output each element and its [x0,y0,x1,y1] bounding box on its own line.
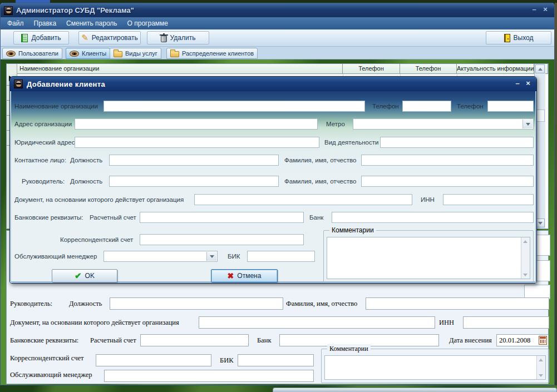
add-button[interactable]: Добавить [13,31,69,44]
position-label: Должность [70,176,102,187]
dropdown-button[interactable] [523,120,533,128]
calendar-icon[interactable] [539,336,547,345]
tab-services[interactable]: Виды услуг [110,48,161,59]
minimize-button[interactable]: – [530,5,539,14]
door-icon [504,34,510,42]
comments-textarea[interactable] [327,237,530,279]
inn-label: ИНН [421,194,435,205]
add-client-dialog: Добавление клиента – × Наименование орга… [9,76,537,284]
dialog-title-bar: Добавление клиента – × [10,77,536,91]
ok-button[interactable]: ✔ OK [52,269,117,282]
account-input[interactable] [140,334,249,346]
delete-button[interactable]: Удалить [147,31,209,44]
scroll-down-icon [538,222,543,225]
org-name-label: Наименование организации [14,101,98,112]
address-input[interactable] [75,118,318,130]
document-input[interactable] [194,194,412,205]
document-input[interactable] [199,316,435,329]
grid-header-phone2[interactable]: Телефон [400,64,457,74]
menu-bar: Файл Правка Сменить пароль О программе [1,17,554,29]
fio-label: Фамилия, имя, отчество [284,176,356,187]
position-label: Должность [69,297,102,310]
folder-icon [114,51,122,57]
phone2-input[interactable] [487,101,534,112]
scroll-down-icon[interactable] [522,271,529,278]
bik-input[interactable] [247,251,315,262]
dialog-title: Добавление клиента [27,80,105,88]
scroll-up-button[interactable] [535,64,545,73]
exit-button-label: Выход [514,34,534,42]
manager-input[interactable] [104,370,314,382]
phone2-label: Телефон [457,101,484,112]
head-position-input[interactable] [110,297,283,310]
grid-header-actuality[interactable]: Актуальность информации [457,64,534,74]
edit-button[interactable]: ✎ Редактировать [78,31,141,44]
pencil-icon: ✎ [81,34,88,41]
menu-edit[interactable]: Правка [29,19,62,27]
close-button[interactable]: × [541,5,550,14]
bik-input[interactable] [238,354,314,366]
desktop: Администратор СУБД "Реклама" – × Файл Пр… [0,0,557,392]
activity-input[interactable] [380,137,534,148]
cross-icon: ✖ [228,271,234,280]
dialog-close-button[interactable]: × [524,79,533,88]
metro-combobox[interactable] [353,118,534,130]
contact-fio-input[interactable] [361,155,534,166]
date-input[interactable] [497,335,540,345]
manager-label: Обслуживающий менеджер [14,251,97,262]
menu-change-password[interactable]: Сменить пароль [61,19,122,27]
bank-input[interactable] [332,212,534,223]
head-fio-input[interactable] [366,297,549,310]
check-icon: ✔ [75,271,82,281]
corr-account-input[interactable] [96,354,211,366]
grid-header-phone1[interactable]: Телефон [343,64,400,74]
phone1-label: Телефон [372,101,399,112]
account-label: Расчетный счет [90,212,136,223]
head-fio-input[interactable] [361,176,534,187]
position-label: Должность [70,155,102,166]
scroll-up-icon[interactable] [538,356,544,363]
corr-account-input[interactable] [140,234,304,245]
comments-legend: Комментарии [329,226,376,235]
grid-header-org[interactable]: Наименование организации [17,64,343,74]
dropdown-button[interactable] [206,252,216,261]
scroll-up-icon[interactable] [522,238,529,245]
cancel-button[interactable]: ✖ Отмена [211,269,278,282]
head-label: Руководитель: [10,297,52,310]
eye-icon [70,51,79,57]
legal-address-label: Юридический адрес [14,137,75,148]
tab-users[interactable]: Пользователи [2,48,62,59]
manager-combobox[interactable] [103,251,218,262]
contact-position-input[interactable] [109,155,279,166]
trash-icon [161,36,167,42]
cancel-button-label: Отмена [237,272,261,280]
tab-services-label: Виды услуг [125,50,157,57]
app-icon [4,6,13,15]
menu-file[interactable]: Файл [2,19,29,27]
tab-distribution[interactable]: Распределение клиентов [166,48,258,59]
desktop-right-strip [555,3,557,385]
comments-textarea[interactable] [324,355,546,380]
dialog-minimize-button[interactable]: – [513,79,522,88]
head-position-input[interactable] [109,176,279,187]
inn-input[interactable] [463,316,549,329]
corr-account-label: Корреспондентский счет [10,352,83,364]
date-label: Дата внесения [449,334,492,346]
edit-button-label: Редактировать [92,34,138,42]
chevron-down-icon [210,255,214,258]
eye-icon [6,51,16,57]
fio-label: Фамилия, имя, отчество [286,297,357,310]
dialog-body: Наименование организации Телефон Телефон… [10,91,536,283]
phone1-input[interactable] [402,101,451,112]
dialog-icon [14,80,23,88]
legal-address-input[interactable] [75,137,319,148]
tab-clients[interactable]: Клиенты [66,48,110,59]
exit-button[interactable]: Выход [486,31,551,44]
scroll-down-icon[interactable] [538,372,544,379]
textarea-scrollbar [521,237,530,279]
bank-details-label: Банковские реквизиты: [10,334,78,346]
menu-about[interactable]: О программе [122,19,173,27]
org-name-input[interactable] [103,101,365,112]
inn-input[interactable] [443,194,534,205]
account-input[interactable] [140,212,304,223]
